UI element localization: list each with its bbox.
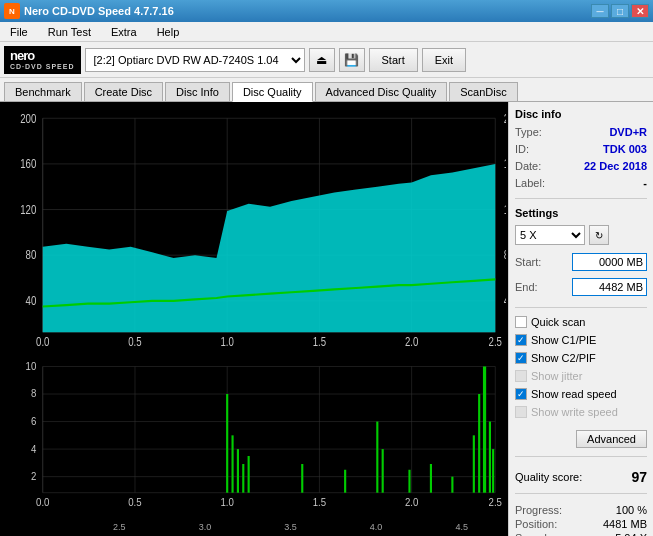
disc-id-row: ID: TDK 003 [515,143,647,155]
svg-text:0.0: 0.0 [36,497,50,508]
toolbar: nero CD·DVD SPEED [2:2] Optiarc DVD RW A… [0,42,653,78]
show-c2pif-label: Show C2/PIF [531,352,596,364]
end-label: End: [515,281,538,293]
speed-label: Speed: [515,532,550,536]
eject-button[interactable]: ⏏ [309,48,335,72]
svg-text:200: 200 [20,111,36,125]
svg-text:8: 8 [31,388,37,399]
tab-scandisc[interactable]: ScanDisc [449,82,517,101]
svg-text:0.5: 0.5 [128,497,142,508]
show-write-speed-row: Show write speed [515,406,647,418]
settings-title: Settings [515,207,647,219]
quick-scan-checkbox[interactable] [515,316,527,328]
tabs: Benchmark Create Disc Disc Info Disc Qua… [0,78,653,102]
svg-text:2.5: 2.5 [489,497,503,508]
end-field-row: End: [515,278,647,296]
show-c1pie-checkbox[interactable]: ✓ [515,334,527,346]
start-label: Start: [515,256,541,268]
refresh-button[interactable]: ↻ [589,225,609,245]
x-label-30: 3.0 [199,522,212,532]
end-input[interactable] [572,278,647,296]
exit-button[interactable]: Exit [422,48,466,72]
svg-text:20: 20 [504,111,506,125]
menu-file[interactable]: File [4,24,34,40]
titlebar-left: N Nero CD-DVD Speed 4.7.7.16 [4,3,174,19]
progress-section: Progress: 100 % Position: 4481 MB Speed:… [515,504,647,536]
show-jitter-label: Show jitter [531,370,582,382]
start-input[interactable]: 0000 MB [572,253,647,271]
minimize-button[interactable]: ─ [591,4,609,18]
disc-id-label: ID: [515,143,529,155]
svg-text:1.5: 1.5 [313,335,326,349]
svg-text:40: 40 [26,294,37,308]
disc-label-row: Label: - [515,177,647,189]
start-button[interactable]: Start [369,48,418,72]
tab-benchmark[interactable]: Benchmark [4,82,82,101]
disc-info-title: Disc info [515,108,647,120]
speed-select[interactable]: 5 X [515,225,585,245]
svg-text:1.0: 1.0 [220,497,234,508]
menu-runtest[interactable]: Run Test [42,24,97,40]
tab-disc-info[interactable]: Disc Info [165,82,230,101]
divider-3 [515,456,647,457]
svg-text:8: 8 [504,248,506,262]
divider-4 [515,493,647,494]
quality-row: Quality score: 97 [515,469,647,485]
tab-advanced-disc-quality[interactable]: Advanced Disc Quality [315,82,448,101]
svg-text:80: 80 [26,248,37,262]
quick-scan-label: Quick scan [531,316,585,328]
x-label-40: 4.0 [370,522,383,532]
show-c2pif-checkbox[interactable]: ✓ [515,352,527,364]
start-field-row: Start: 0000 MB [515,253,647,271]
nero-logo: nero CD·DVD SPEED [4,46,81,74]
quick-scan-row: Quick scan [515,316,647,328]
titlebar-controls[interactable]: ─ □ ✕ [591,4,649,18]
position-value: 4481 MB [603,518,647,530]
drive-select[interactable]: [2:2] Optiarc DVD RW AD-7240S 1.04 [85,48,305,72]
svg-text:2: 2 [31,470,37,481]
disc-id-value: TDK 003 [603,143,647,155]
quality-value: 97 [631,469,647,485]
titlebar: N Nero CD-DVD Speed 4.7.7.16 ─ □ ✕ [0,0,653,22]
show-read-speed-checkbox[interactable]: ✓ [515,388,527,400]
position-label: Position: [515,518,557,530]
show-c1pie-label: Show C1/PIE [531,334,596,346]
show-write-speed-checkbox[interactable] [515,406,527,418]
menu-extra[interactable]: Extra [105,24,143,40]
svg-text:160: 160 [20,157,36,171]
tab-create-disc[interactable]: Create Disc [84,82,163,101]
disc-date-row: Date: 22 Dec 2018 [515,160,647,172]
svg-text:10: 10 [26,360,37,371]
progress-row: Progress: 100 % [515,504,647,516]
app-icon: N [4,3,20,19]
show-c1pie-row: ✓ Show C1/PIE [515,334,647,346]
show-jitter-checkbox[interactable] [515,370,527,382]
disc-label-value: - [643,177,647,189]
show-write-speed-label: Show write speed [531,406,618,418]
disc-date-label: Date: [515,160,541,172]
svg-text:2.0: 2.0 [405,335,418,349]
tab-disc-quality[interactable]: Disc Quality [232,82,313,102]
show-jitter-row: Show jitter [515,370,647,382]
menu-help[interactable]: Help [151,24,186,40]
menubar: File Run Test Extra Help [0,22,653,42]
disc-type-value: DVD+R [609,126,647,138]
show-c2pif-row: ✓ Show C2/PIF [515,352,647,364]
divider-2 [515,307,647,308]
progress-value: 100 % [616,504,647,516]
right-panel: Disc info Type: DVD+R ID: TDK 003 Date: … [508,102,653,536]
disc-label-label: Label: [515,177,545,189]
speed-row: 5 X ↻ [515,225,647,245]
speed-value: 5.04 X [615,532,647,536]
app-title: Nero CD-DVD Speed 4.7.7.16 [24,5,174,17]
save-button[interactable]: 💾 [339,48,365,72]
divider-1 [515,198,647,199]
chart-pif: 10 8 6 4 2 0.0 0.5 1.0 1.5 2.0 2.5 [2,355,506,521]
speed-row: Speed: 5.04 X [515,532,647,536]
close-button[interactable]: ✕ [631,4,649,18]
advanced-button[interactable]: Advanced [576,430,647,448]
svg-text:6: 6 [31,415,37,426]
maximize-button[interactable]: □ [611,4,629,18]
show-read-speed-label: Show read speed [531,388,617,400]
x-label-35: 3.5 [284,522,297,532]
